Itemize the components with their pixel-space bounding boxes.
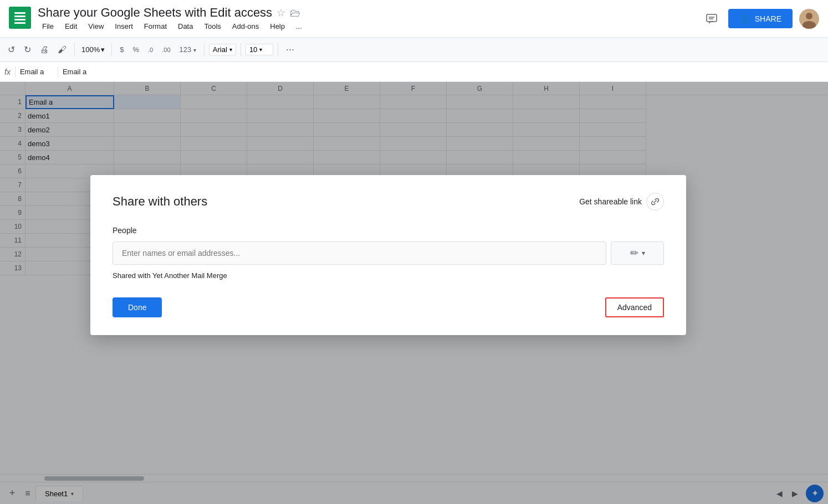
formula-bar: fx Email a Email a bbox=[0, 62, 828, 82]
percent-button[interactable]: % bbox=[129, 43, 142, 56]
zoom-control[interactable]: 100% ▾ bbox=[79, 44, 107, 55]
people-label: People bbox=[113, 226, 664, 235]
people-input[interactable] bbox=[113, 241, 606, 265]
decimal-1-button[interactable]: .0 bbox=[145, 44, 156, 55]
toolbar-separator-3 bbox=[204, 43, 205, 56]
link-icon[interactable] bbox=[646, 193, 664, 210]
svg-rect-0 bbox=[9, 7, 31, 29]
edit-pencil-icon: ✏ bbox=[630, 247, 638, 259]
font-size-chevron-icon: ▾ bbox=[259, 47, 262, 53]
shareable-link-area: Get shareable link bbox=[579, 193, 664, 210]
menu-view[interactable]: View bbox=[84, 21, 108, 32]
zoom-value: 100% bbox=[81, 45, 100, 54]
formula-content[interactable]: Email a bbox=[63, 68, 824, 76]
font-selector[interactable]: Arial ▾ bbox=[209, 44, 236, 55]
toolbar: ↺ ↻ 🖨 🖌 100% ▾ $ % .0 .00 123 ▾ Arial ▾ … bbox=[0, 38, 828, 62]
menu-format[interactable]: Format bbox=[140, 21, 171, 32]
format-123-label: 123 bbox=[180, 45, 192, 54]
formula-divider bbox=[15, 66, 16, 78]
cell-reference: Email a bbox=[20, 68, 53, 76]
toolbar-separator-1 bbox=[74, 43, 75, 56]
star-icon[interactable]: ☆ bbox=[277, 7, 285, 19]
shareable-link-label: Get shareable link bbox=[579, 197, 642, 206]
menu-file[interactable]: File bbox=[38, 21, 58, 32]
toolbar-separator-4 bbox=[241, 43, 241, 56]
comments-button[interactable] bbox=[702, 9, 722, 29]
svg-rect-2 bbox=[14, 16, 25, 17]
font-size-value: 10 bbox=[249, 45, 257, 54]
redo-button[interactable]: ↻ bbox=[21, 42, 34, 57]
formula-divider-2 bbox=[58, 66, 58, 78]
toolbar-separator-5 bbox=[278, 43, 278, 56]
menu-tools[interactable]: Tools bbox=[200, 21, 225, 32]
font-value: Arial bbox=[213, 45, 227, 54]
svg-rect-3 bbox=[14, 19, 25, 20]
people-input-row: ✏ ▾ bbox=[113, 241, 664, 265]
title-area: Share your Google Sheets with Edit acces… bbox=[38, 6, 702, 32]
svg-rect-4 bbox=[14, 22, 25, 24]
decimal-2-button[interactable]: .00 bbox=[159, 44, 173, 55]
advanced-button[interactable]: Advanced bbox=[605, 297, 664, 317]
print-button[interactable]: 🖨 bbox=[37, 43, 52, 57]
dialog-footer: Done Advanced bbox=[113, 297, 664, 317]
document-title: Share your Google Sheets with Edit acces… bbox=[38, 6, 272, 20]
user-avatar[interactable] bbox=[799, 9, 819, 29]
menu-data[interactable]: Data bbox=[173, 21, 197, 32]
menu-bar: File Edit View Insert Format Data Tools … bbox=[38, 21, 702, 32]
font-size-selector[interactable]: 10 ▾ bbox=[246, 44, 273, 55]
format-123-button[interactable]: 123 ▾ bbox=[176, 43, 200, 56]
share-button-label: SHARE bbox=[755, 14, 781, 23]
share-dialog: Share with others Get shareable link Peo… bbox=[90, 175, 686, 335]
menu-addons[interactable]: Add-ons bbox=[228, 21, 263, 32]
folder-icon[interactable]: 🗁 bbox=[290, 7, 301, 19]
toolbar-separator-2 bbox=[111, 43, 112, 56]
sheets-app-icon bbox=[9, 7, 31, 31]
top-bar: Share your Google Sheets with Edit acces… bbox=[0, 0, 828, 38]
menu-edit[interactable]: Edit bbox=[60, 21, 81, 32]
edit-permission-button[interactable]: ✏ ▾ bbox=[611, 241, 664, 265]
paint-format-button[interactable]: 🖌 bbox=[54, 43, 70, 57]
svg-rect-5 bbox=[707, 14, 717, 22]
zoom-chevron-icon: ▾ bbox=[101, 45, 105, 54]
edit-chevron-icon: ▾ bbox=[642, 249, 645, 257]
shared-with-text: Shared with Yet Another Mail Merge bbox=[113, 271, 664, 280]
top-right-controls: 👤 SHARE bbox=[702, 9, 819, 29]
svg-rect-1 bbox=[14, 12, 25, 14]
svg-point-9 bbox=[806, 13, 812, 19]
menu-help[interactable]: Help bbox=[265, 21, 289, 32]
format-123-chevron: ▾ bbox=[193, 47, 196, 53]
dialog-title: Share with others bbox=[113, 194, 207, 209]
menu-insert[interactable]: Insert bbox=[110, 21, 137, 32]
share-button[interactable]: 👤 SHARE bbox=[728, 9, 793, 28]
more-options-button[interactable]: ··· bbox=[283, 42, 298, 58]
dialog-header: Share with others Get shareable link bbox=[113, 193, 664, 210]
font-chevron-icon: ▾ bbox=[229, 47, 232, 53]
menu-more[interactable]: ... bbox=[292, 21, 306, 32]
spreadsheet-area: 1 2 3 4 5 6 7 8 9 10 11 12 13 A B C bbox=[0, 82, 828, 504]
undo-button[interactable]: ↺ bbox=[4, 42, 18, 57]
fx-label: fx bbox=[4, 68, 11, 76]
done-button[interactable]: Done bbox=[113, 297, 162, 317]
currency-button[interactable]: $ bbox=[116, 43, 127, 56]
share-user-icon: 👤 bbox=[739, 13, 750, 24]
